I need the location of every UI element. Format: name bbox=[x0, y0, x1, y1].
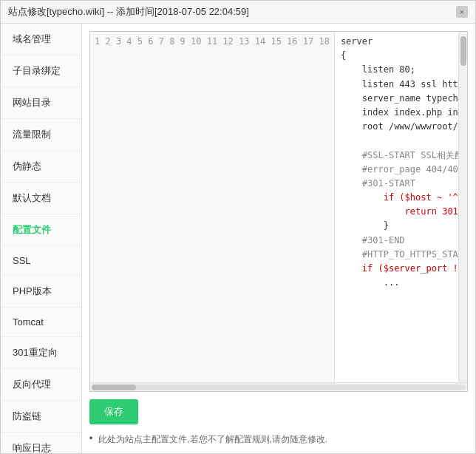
code-content[interactable]: server { listen 80; listen 443 ssl http2… bbox=[335, 32, 458, 382]
sidebar-item-PHP版本[interactable]: PHP版本 bbox=[1, 276, 81, 308]
main-layout: 域名管理子目录绑定网站目录流量限制伪静态默认文档配置文件➨SSLPHP版本Tom… bbox=[1, 24, 475, 453]
note-text: 此处为站点主配置文件,若您不了解配置规则,请勿随意修改. bbox=[89, 433, 468, 446]
sidebar-item-SSL[interactable]: SSL bbox=[1, 246, 81, 276]
save-button[interactable]: 保存 bbox=[89, 399, 138, 424]
sidebar-item-子目录绑定[interactable]: 子目录绑定 bbox=[1, 55, 81, 87]
content-area: 1 2 3 4 5 6 7 8 9 10 11 12 13 14 15 16 1… bbox=[82, 24, 475, 453]
sidebar-item-网站目录[interactable]: 网站目录 bbox=[1, 87, 81, 119]
close-button[interactable]: × bbox=[456, 6, 468, 18]
horizontal-scrollbar[interactable] bbox=[90, 382, 467, 391]
code-editor[interactable]: 1 2 3 4 5 6 7 8 9 10 11 12 13 14 15 16 1… bbox=[90, 32, 467, 382]
sidebar: 域名管理子目录绑定网站目录流量限制伪静态默认文档配置文件➨SSLPHP版本Tom… bbox=[1, 24, 82, 453]
sidebar-item-防盗链[interactable]: 防盗链 bbox=[1, 401, 81, 433]
sidebar-item-响应日志[interactable]: 响应日志 bbox=[1, 433, 81, 453]
sidebar-item-Tomcat[interactable]: Tomcat bbox=[1, 308, 81, 337]
sidebar-item-301重定向[interactable]: 301重定向 bbox=[1, 337, 81, 369]
vertical-scrollbar[interactable] bbox=[458, 32, 467, 382]
sidebar-item-配置文件[interactable]: 配置文件➨ bbox=[1, 214, 81, 246]
scroll-thumb bbox=[92, 384, 136, 390]
vertical-scroll-thumb bbox=[460, 36, 466, 66]
sidebar-item-反向代理[interactable]: 反向代理 bbox=[1, 369, 81, 401]
sidebar-item-伪静态[interactable]: 伪静态 bbox=[1, 151, 81, 183]
title-bar: 站点修改[typecho.wiki] -- 添加时间[2018-07-05 22… bbox=[1, 1, 475, 24]
window-title: 站点修改[typecho.wiki] -- 添加时间[2018-07-05 22… bbox=[8, 5, 249, 18]
line-numbers: 1 2 3 4 5 6 7 8 9 10 11 12 13 14 15 16 1… bbox=[90, 32, 335, 382]
code-editor-container: 1 2 3 4 5 6 7 8 9 10 11 12 13 14 15 16 1… bbox=[89, 31, 468, 392]
sidebar-item-域名管理[interactable]: 域名管理 bbox=[1, 24, 81, 55]
main-window: 站点修改[typecho.wiki] -- 添加时间[2018-07-05 22… bbox=[0, 0, 476, 454]
sidebar-item-默认文档[interactable]: 默认文档 bbox=[1, 183, 81, 214]
sidebar-item-流量限制[interactable]: 流量限制 bbox=[1, 119, 81, 151]
close-icon: × bbox=[460, 7, 464, 16]
scroll-track bbox=[92, 384, 466, 390]
note-content: 此处为站点主配置文件,若您不了解配置规则,请勿随意修改. bbox=[98, 433, 327, 446]
